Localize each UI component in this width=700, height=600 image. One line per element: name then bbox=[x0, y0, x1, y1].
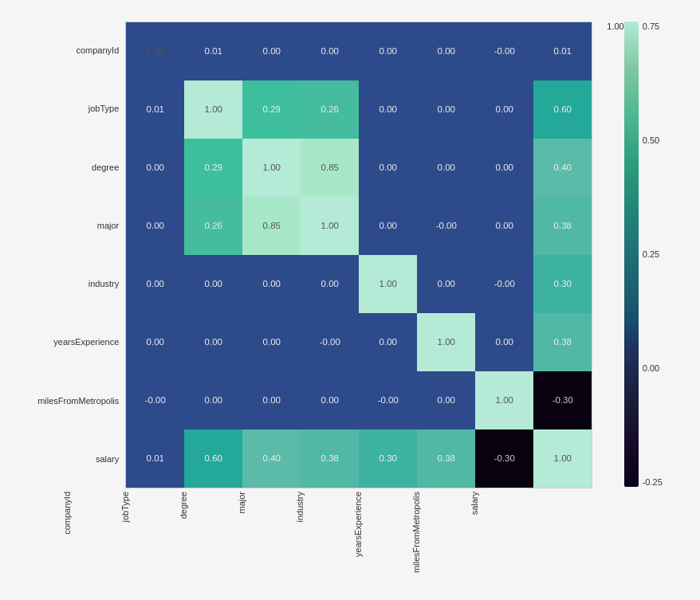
colorbar-tick-label: 0.75 bbox=[643, 22, 663, 31]
y-label-jobType: jobType bbox=[37, 80, 122, 138]
cell-1-3: 0.26 bbox=[301, 80, 359, 139]
cell-2-2: 1.00 bbox=[242, 139, 301, 197]
x-label-degree: degree bbox=[179, 492, 188, 519]
heatmap-grid: 1.000.010.000.000.000.00-0.000.010.011.0… bbox=[125, 22, 592, 488]
cell-0-5: 0.00 bbox=[417, 22, 475, 80]
x-label-wrapper-jobType: jobType bbox=[96, 492, 154, 587]
x-label-salary: salary bbox=[470, 492, 479, 515]
cell-2-1: 0.29 bbox=[184, 139, 242, 197]
cell-4-1: 0.00 bbox=[184, 255, 242, 313]
cell-4-2: 0.00 bbox=[242, 255, 301, 313]
cell-4-4: 1.00 bbox=[359, 255, 417, 313]
cell-3-5: -0.00 bbox=[417, 197, 475, 255]
cell-4-0: 0.00 bbox=[126, 255, 184, 313]
cell-0-0: 1.00 bbox=[126, 22, 184, 80]
x-label-industry: industry bbox=[295, 492, 305, 523]
colorbar-tick-label: 0.50 bbox=[643, 135, 663, 145]
cell-1-0: 0.01 bbox=[126, 80, 184, 139]
cell-1-2: 0.29 bbox=[242, 80, 301, 139]
cell-4-6: -0.00 bbox=[475, 255, 533, 313]
cell-0-6: -0.00 bbox=[475, 22, 533, 80]
y-label-yearsExperience: yearsExperience bbox=[37, 313, 122, 371]
x-label-major: major bbox=[237, 492, 246, 514]
cell-6-5: 0.00 bbox=[417, 371, 475, 429]
cell-6-2: 0.00 bbox=[242, 371, 301, 429]
cell-2-0: 0.00 bbox=[126, 139, 184, 197]
x-label-wrapper-industry: industry bbox=[270, 492, 328, 587]
cell-6-3: 0.00 bbox=[301, 371, 359, 429]
cell-7-5: 0.38 bbox=[417, 429, 475, 488]
cell-7-1: 0.60 bbox=[184, 429, 242, 488]
cell-6-4: -0.00 bbox=[359, 371, 417, 429]
cell-0-4: 0.00 bbox=[359, 22, 417, 80]
chart-container: companyIdjobTypedegreemajorindustryyears… bbox=[29, 6, 671, 595]
cell-1-5: 0.00 bbox=[417, 80, 475, 139]
colorbar-tick-label: 0.25 bbox=[643, 249, 663, 259]
cell-3-6: 0.00 bbox=[475, 197, 533, 255]
cell-5-4: 0.00 bbox=[359, 313, 417, 371]
cell-0-3: 0.00 bbox=[301, 22, 359, 80]
colorbar-max-label: 1.00 bbox=[607, 22, 623, 31]
y-label-major: major bbox=[37, 196, 122, 254]
cell-7-7: 1.00 bbox=[533, 429, 592, 488]
cell-0-7: 0.01 bbox=[533, 22, 592, 80]
x-label-wrapper-degree: degree bbox=[154, 492, 212, 587]
colorbar bbox=[624, 22, 639, 487]
cell-1-4: 0.00 bbox=[359, 80, 417, 139]
cell-5-0: 0.00 bbox=[126, 313, 184, 371]
colorbar-labels: 0.750.500.250.00-0.25 bbox=[639, 22, 663, 487]
cell-3-3: 1.00 bbox=[301, 197, 359, 255]
y-label-milesFromMetropolis: milesFromMetropolis bbox=[37, 371, 122, 429]
cell-5-2: 0.00 bbox=[242, 313, 301, 371]
cell-5-7: 0.38 bbox=[533, 313, 592, 371]
x-label-wrapper-salary: salary bbox=[445, 492, 503, 587]
cell-2-5: 0.00 bbox=[417, 139, 475, 197]
x-label-wrapper-major: major bbox=[212, 492, 270, 587]
colorbar-area: 1.00 0.750.500.250.00-0.25 bbox=[604, 22, 663, 487]
cell-5-3: -0.00 bbox=[301, 313, 359, 371]
x-labels: companyIdjobTypedegreemajorindustryyears… bbox=[37, 492, 592, 587]
cell-6-7: -0.30 bbox=[533, 371, 592, 429]
x-label-wrapper-yearsExperience: yearsExperience bbox=[328, 492, 387, 587]
cell-7-3: 0.38 bbox=[301, 429, 359, 488]
y-labels: companyIdjobTypedegreemajorindustryyears… bbox=[37, 22, 122, 488]
cell-3-0: 0.00 bbox=[126, 197, 184, 255]
x-label-wrapper-companyId: companyId bbox=[37, 492, 96, 587]
cell-1-1: 1.00 bbox=[184, 80, 242, 139]
x-label-milesFromMetropolis: milesFromMetropolis bbox=[411, 492, 421, 573]
cell-6-0: -0.00 bbox=[126, 371, 184, 429]
cell-1-6: 0.00 bbox=[475, 80, 533, 139]
cell-0-1: 0.01 bbox=[184, 22, 242, 80]
cell-4-5: 0.00 bbox=[417, 255, 475, 313]
cell-7-2: 0.40 bbox=[242, 429, 301, 488]
cell-2-4: 0.00 bbox=[359, 139, 417, 197]
cell-7-4: 0.30 bbox=[359, 429, 417, 488]
cell-3-4: 0.00 bbox=[359, 197, 417, 255]
cell-3-7: 0.38 bbox=[533, 197, 592, 255]
cell-6-1: 0.00 bbox=[184, 371, 242, 429]
cell-1-7: 0.60 bbox=[533, 80, 592, 139]
colorbar-tick-label: -0.25 bbox=[643, 477, 663, 487]
cell-7-6: -0.30 bbox=[475, 429, 533, 488]
cell-2-7: 0.40 bbox=[533, 139, 592, 197]
x-label-companyId: companyId bbox=[62, 492, 72, 535]
y-label-industry: industry bbox=[37, 255, 122, 313]
cell-2-3: 0.85 bbox=[301, 139, 359, 197]
cell-5-6: 0.00 bbox=[475, 313, 533, 371]
cell-5-1: 0.00 bbox=[184, 313, 242, 371]
cell-0-2: 0.00 bbox=[242, 22, 301, 80]
heatmap-area: companyIdjobTypedegreemajorindustryyears… bbox=[37, 22, 592, 587]
y-label-salary: salary bbox=[37, 429, 122, 488]
cell-6-6: 1.00 bbox=[475, 371, 533, 429]
cell-3-1: 0.26 bbox=[184, 197, 242, 255]
cell-3-2: 0.85 bbox=[242, 197, 301, 255]
cell-5-5: 1.00 bbox=[417, 313, 475, 371]
cell-4-3: 0.00 bbox=[301, 255, 359, 313]
y-label-companyId: companyId bbox=[37, 22, 122, 80]
x-label-wrapper-milesFromMetropolis: milesFromMetropolis bbox=[387, 492, 445, 587]
cell-7-0: 0.01 bbox=[126, 429, 184, 488]
heatmap-with-ylabels: companyIdjobTypedegreemajorindustryyears… bbox=[37, 22, 592, 488]
colorbar-tick-label: 0.00 bbox=[643, 363, 663, 373]
cell-2-6: 0.00 bbox=[475, 139, 533, 197]
cell-4-7: 0.30 bbox=[533, 255, 592, 313]
